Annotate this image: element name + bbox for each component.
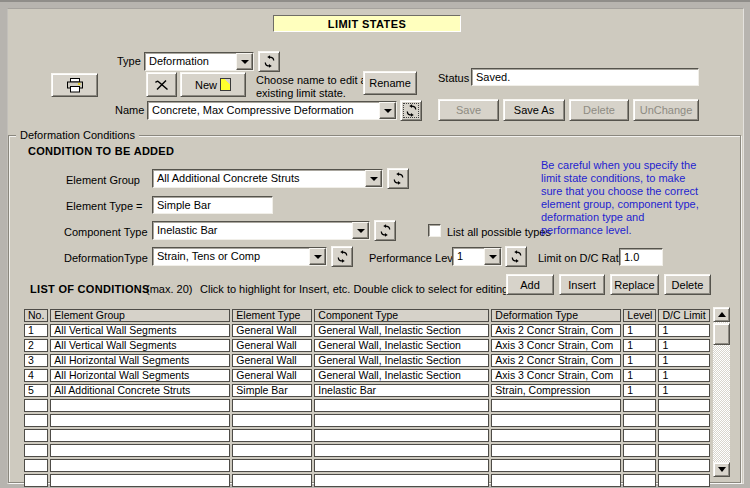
- table-cell[interactable]: [623, 414, 656, 427]
- table-cell[interactable]: General Wall: [232, 369, 312, 382]
- table-cell[interactable]: [491, 399, 621, 412]
- table-empty-row[interactable]: [24, 429, 710, 442]
- table-cell[interactable]: Strain, Compression: [491, 384, 621, 397]
- table-empty-row[interactable]: [24, 414, 710, 427]
- table-cell[interactable]: 2: [24, 339, 48, 352]
- table-cell[interactable]: [50, 459, 230, 472]
- table-cell[interactable]: 5: [24, 384, 48, 397]
- table-cell[interactable]: [24, 444, 48, 457]
- replace-button[interactable]: Replace: [610, 274, 659, 295]
- table-cell[interactable]: 3: [24, 354, 48, 367]
- table-cell[interactable]: [24, 399, 48, 412]
- dc-ratio-field[interactable]: 1.0: [619, 248, 663, 266]
- table-row[interactable]: 3All Horizontal Wall SegmentsGeneral Wal…: [24, 354, 710, 367]
- table-cell[interactable]: [314, 414, 489, 427]
- element-group-refresh-button[interactable]: [387, 168, 409, 189]
- table-cell[interactable]: 1: [24, 324, 48, 337]
- list-all-types-checkbox[interactable]: [428, 224, 441, 237]
- table-cell[interactable]: 1: [623, 384, 656, 397]
- table-row[interactable]: 1All Vertical Wall SegmentsGeneral WallG…: [24, 324, 710, 337]
- chevron-down-icon[interactable]: [352, 222, 369, 239]
- type-dropdown[interactable]: Deformation: [144, 52, 254, 71]
- element-type-field[interactable]: Simple Bar: [152, 196, 273, 214]
- table-cell[interactable]: 1: [658, 369, 709, 382]
- deformation-type-refresh-button[interactable]: [331, 246, 353, 267]
- table-cell[interactable]: [623, 429, 656, 442]
- component-type-refresh-button[interactable]: [374, 220, 396, 241]
- table-cell[interactable]: 1: [658, 324, 709, 337]
- table-cell[interactable]: 1: [623, 324, 656, 337]
- status-field[interactable]: Saved.: [471, 68, 699, 86]
- table-empty-row[interactable]: [24, 399, 710, 412]
- table-cell[interactable]: General Wall, Inelastic Section: [314, 324, 489, 337]
- performance-level-refresh-button[interactable]: [505, 246, 527, 267]
- table-cell[interactable]: All Additional Concrete Struts: [50, 384, 230, 397]
- table-cell[interactable]: [24, 474, 48, 487]
- unchange-button[interactable]: UnChange: [633, 99, 699, 121]
- table-cell[interactable]: 1: [658, 384, 709, 397]
- table-empty-row[interactable]: [24, 444, 710, 457]
- table-cell[interactable]: [50, 399, 230, 412]
- table-cell[interactable]: All Horizontal Wall Segments: [50, 369, 230, 382]
- table-cell[interactable]: Inelastic Bar: [314, 384, 489, 397]
- table-cell[interactable]: [623, 474, 656, 487]
- scroll-down-button[interactable]: [713, 462, 730, 477]
- chevron-down-icon[interactable]: [309, 248, 326, 265]
- table-cell[interactable]: [491, 414, 621, 427]
- table-cell[interactable]: [232, 429, 312, 442]
- rename-button[interactable]: Rename: [363, 71, 417, 95]
- insert-button[interactable]: Insert: [559, 274, 605, 295]
- table-cell[interactable]: [50, 414, 230, 427]
- table-cell[interactable]: [658, 474, 709, 487]
- table-cell[interactable]: [24, 459, 48, 472]
- table-row[interactable]: 4All Horizontal Wall SegmentsGeneral Wal…: [24, 369, 710, 382]
- table-cell[interactable]: [24, 414, 48, 427]
- table-cell[interactable]: [50, 474, 230, 487]
- table-cell[interactable]: [658, 444, 709, 457]
- table-cell[interactable]: General Wall, Inelastic Section: [314, 369, 489, 382]
- table-cell[interactable]: [658, 429, 709, 442]
- chevron-down-icon[interactable]: [379, 102, 396, 119]
- table-row[interactable]: 5All Additional Concrete StrutsSimple Ba…: [24, 384, 710, 397]
- table-empty-row[interactable]: [24, 459, 710, 472]
- table-cell[interactable]: General Wall, Inelastic Section: [314, 339, 489, 352]
- name-dropdown[interactable]: Concrete, Max Compressive Deformation: [147, 101, 397, 120]
- table-cell[interactable]: [232, 414, 312, 427]
- table-cell[interactable]: [314, 399, 489, 412]
- save-as-button[interactable]: Save As: [503, 99, 565, 121]
- table-cell[interactable]: [658, 414, 709, 427]
- element-group-dropdown[interactable]: All Additional Concrete Struts: [152, 169, 383, 188]
- table-cell[interactable]: [314, 459, 489, 472]
- table-cell[interactable]: Simple Bar: [232, 384, 312, 397]
- table-cell[interactable]: General Wall, Inelastic Section: [314, 354, 489, 367]
- table-cell[interactable]: [623, 444, 656, 457]
- table-cell[interactable]: 1: [623, 354, 656, 367]
- table-cell[interactable]: [491, 474, 621, 487]
- table-cell[interactable]: [314, 429, 489, 442]
- save-button[interactable]: Save: [438, 99, 499, 121]
- table-cell[interactable]: All Horizontal Wall Segments: [50, 354, 230, 367]
- table-cell[interactable]: Axis 3 Concr Strain, Com: [491, 339, 621, 352]
- table-row[interactable]: 2All Vertical Wall SegmentsGeneral WallG…: [24, 339, 710, 352]
- scrollbar-thumb[interactable]: [713, 323, 730, 345]
- table-cell[interactable]: [232, 459, 312, 472]
- table-cell[interactable]: [232, 399, 312, 412]
- table-cell[interactable]: Axis 3 Concr Strain, Com: [491, 369, 621, 382]
- table-cell[interactable]: [491, 444, 621, 457]
- table-cell[interactable]: [491, 459, 621, 472]
- table-cell[interactable]: 1: [623, 369, 656, 382]
- performance-level-dropdown[interactable]: 1: [452, 247, 502, 266]
- component-type-dropdown[interactable]: Inelastic Bar: [152, 221, 370, 240]
- table-cell[interactable]: [50, 444, 230, 457]
- type-refresh-button[interactable]: [258, 51, 280, 72]
- chevron-down-icon[interactable]: [365, 170, 382, 187]
- deformation-type-dropdown[interactable]: Strain, Tens or Comp: [152, 247, 327, 266]
- table-cell[interactable]: 1: [623, 339, 656, 352]
- table-cell[interactable]: Axis 2 Concr Strain, Com: [491, 324, 621, 337]
- table-cell[interactable]: 1: [658, 354, 709, 367]
- table-cell[interactable]: 4: [24, 369, 48, 382]
- table-cell[interactable]: [658, 399, 709, 412]
- scroll-up-button[interactable]: [713, 307, 730, 322]
- table-empty-row[interactable]: [24, 474, 710, 487]
- table-cell[interactable]: [314, 444, 489, 457]
